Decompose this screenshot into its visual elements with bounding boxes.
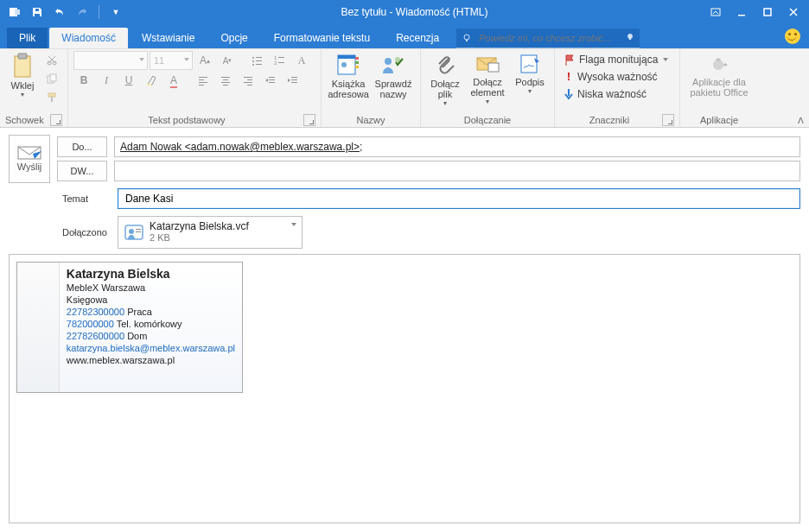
align-left-icon[interactable]: [193, 72, 213, 89]
window-title: Bez tytułu - Wiadomość (HTML): [125, 6, 704, 18]
low-importance-button[interactable]: Niska ważność: [560, 86, 650, 103]
tab-review[interactable]: Recenzja: [384, 28, 451, 48]
tab-message-label: Wiadomość: [61, 32, 116, 44]
bullets-icon[interactable]: [246, 52, 267, 69]
to-recipient[interactable]: Adam Nowak <adam.nowak@meblex.warszawa.p…: [120, 141, 360, 153]
tab-format[interactable]: Formatowanie tekstu: [262, 28, 382, 48]
svg-rect-33: [223, 79, 228, 80]
dialog-launcher-icon[interactable]: [50, 114, 62, 126]
address-book-icon: [335, 53, 361, 77]
attachment-chip[interactable]: Katarzyna Bielska.vcf 2 KB: [118, 216, 303, 249]
tab-file[interactable]: Plik: [7, 28, 48, 48]
tab-message[interactable]: Wiadomość: [49, 28, 128, 48]
grow-font-icon[interactable]: A▴: [194, 52, 215, 69]
signature-icon: [519, 53, 541, 75]
vcard-title: Księgowa: [67, 294, 235, 306]
font-size-combo[interactable]: 11: [150, 51, 193, 70]
lightbulb-right-icon: [626, 33, 634, 43]
bold-icon[interactable]: B: [73, 72, 94, 89]
cc-field[interactable]: [114, 161, 800, 181]
highlight-icon[interactable]: [141, 72, 162, 89]
signature-button[interactable]: Podpis ▾: [511, 51, 549, 95]
underline-icon[interactable]: U: [118, 72, 139, 89]
cc-button[interactable]: DW...: [57, 161, 107, 181]
chevron-down-icon[interactable]: [291, 223, 296, 226]
svg-rect-56: [521, 55, 537, 73]
qat-customize-icon[interactable]: ▼: [106, 3, 125, 22]
tell-me-input[interactable]: [477, 32, 621, 44]
svg-rect-16: [51, 97, 53, 102]
clipboard-icon: [11, 53, 34, 79]
maximize-icon[interactable]: [755, 3, 780, 22]
vcard-phone-mobile[interactable]: 782000000: [67, 319, 114, 329]
vcard-preview[interactable]: Katarzyna Bielska MebleX Warszawa Księgo…: [16, 262, 243, 393]
decrease-indent-icon[interactable]: [260, 72, 281, 89]
group-names: Książka adresowa Sprawdź nazwy Nazwy: [322, 49, 421, 127]
feedback-smiley-icon[interactable]: [785, 28, 800, 44]
tab-options[interactable]: Opcje: [208, 28, 259, 48]
address-book-button[interactable]: Książka adresowa: [327, 51, 370, 99]
attach-file-button[interactable]: Dołącz plik ▾: [426, 51, 464, 107]
vcard-phone-mobile-lbl: Tel. komórkowy: [114, 319, 182, 329]
window-controls: [704, 3, 809, 22]
subject-input[interactable]: [124, 192, 794, 206]
to-field[interactable]: Adam Nowak <adam.nowak@meblex.warszawa.p…: [114, 136, 800, 157]
svg-rect-18: [256, 57, 262, 58]
close-icon[interactable]: [781, 3, 806, 22]
italic-icon[interactable]: I: [96, 72, 117, 89]
minimize-icon[interactable]: [729, 3, 754, 22]
svg-rect-31: [199, 85, 204, 86]
align-center-icon[interactable]: [215, 72, 236, 89]
undo-icon[interactable]: [50, 3, 69, 22]
check-names-button[interactable]: Sprawdź nazwy: [372, 51, 415, 99]
subject-field[interactable]: [118, 188, 800, 209]
ribbon-tabs: Plik Wiadomość Wstawianie Opcje Formatow…: [0, 24, 809, 48]
paste-button[interactable]: Wklej ▾: [5, 51, 40, 98]
send-button[interactable]: Wyślij: [9, 135, 50, 183]
attach-item-button[interactable]: Dołącz element ▾: [466, 51, 509, 105]
svg-rect-14: [50, 74, 56, 81]
redo-icon[interactable]: [73, 3, 92, 22]
tab-review-label: Recenzja: [396, 32, 439, 44]
vcard-phone-work[interactable]: 22782300000: [67, 307, 124, 317]
to-button-label: Do...: [72, 142, 92, 152]
high-importance-button[interactable]: ! Wysoka ważność: [560, 68, 661, 86]
message-body[interactable]: Katarzyna Bielska MebleX Warszawa Księgo…: [9, 254, 800, 523]
shrink-font-icon[interactable]: A▾: [217, 52, 238, 69]
tab-insert[interactable]: Wstawianie: [130, 28, 207, 48]
increase-indent-icon[interactable]: [283, 72, 303, 89]
format-painter-icon[interactable]: [41, 89, 62, 106]
copy-icon[interactable]: [41, 70, 62, 87]
attach-item-label: Dołącz element: [466, 77, 509, 98]
svg-rect-2: [35, 14, 40, 16]
font-name-combo[interactable]: [73, 51, 148, 70]
ribbon-display-icon[interactable]: [704, 3, 728, 22]
follow-up-button[interactable]: Flaga monitująca: [560, 51, 672, 68]
dialog-launcher-icon[interactable]: [303, 114, 315, 126]
office-addins-button[interactable]: Aplikacje dla pakietu Office: [685, 51, 753, 98]
svg-rect-40: [269, 77, 275, 78]
qat-outlook-icon[interactable]: [5, 3, 24, 22]
high-importance-label: Wysoka ważność: [577, 71, 658, 83]
svg-rect-49: [355, 57, 359, 60]
attachment-size: 2 KB: [150, 232, 249, 244]
clear-format-icon[interactable]: A: [291, 52, 312, 69]
paperclip-icon: [435, 53, 455, 77]
tell-me-search[interactable]: [456, 28, 640, 48]
svg-rect-50: [355, 61, 359, 64]
font-color-icon[interactable]: A: [163, 72, 184, 89]
save-icon[interactable]: [28, 3, 47, 22]
svg-rect-28: [199, 77, 207, 78]
svg-rect-45: [291, 82, 297, 83]
svg-rect-51: [355, 66, 359, 68]
collapse-ribbon-icon[interactable]: ᐱ: [798, 116, 804, 125]
svg-rect-32: [221, 77, 230, 78]
svg-rect-27: [147, 84, 151, 86]
vcard-email[interactable]: katarzyna.bielska@meblex.warszawa.pl: [67, 342, 235, 354]
vcard-phone-home[interactable]: 22782600000: [67, 331, 124, 341]
cut-icon[interactable]: [41, 51, 62, 68]
to-button[interactable]: Do...: [57, 136, 107, 157]
numbering-icon[interactable]: 12: [269, 52, 290, 69]
dialog-launcher-icon[interactable]: [662, 114, 674, 126]
align-right-icon[interactable]: [238, 72, 258, 89]
